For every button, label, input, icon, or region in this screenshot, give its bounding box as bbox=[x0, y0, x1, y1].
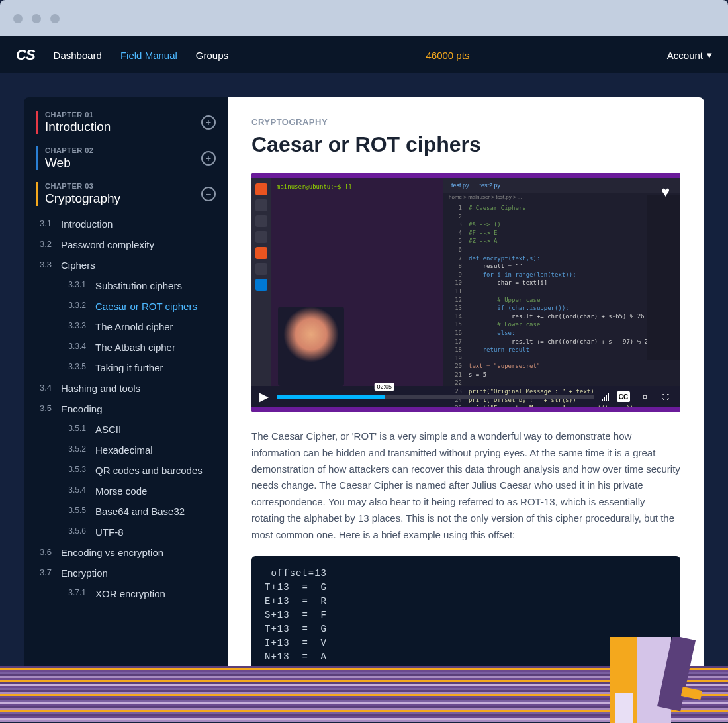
progress-bar[interactable]: 02:05 bbox=[277, 395, 594, 399]
breadcrumb: CRYPTOGRAPHY bbox=[251, 117, 680, 127]
item-label: The Atbash cipher bbox=[95, 342, 175, 353]
firefox-icon bbox=[255, 183, 267, 195]
item-label: Substitution ciphers bbox=[95, 280, 182, 291]
play-button[interactable]: ▶ bbox=[259, 389, 269, 404]
nav-dashboard[interactable]: Dashboard bbox=[54, 50, 102, 61]
video-status-bar bbox=[251, 407, 680, 412]
body-text: The Caesar Cipher, or 'ROT' is a very si… bbox=[251, 428, 680, 543]
top-navigation: CS Dashboard Field Manual Groups 46000 p… bbox=[0, 36, 728, 73]
sidebar: CHAPTER 01 Introduction + CHAPTER 02 Web… bbox=[24, 97, 228, 699]
chapter-name: Introduction bbox=[45, 120, 111, 134]
timestamp: 02:05 bbox=[375, 383, 395, 391]
item-label: XOR encryption bbox=[95, 588, 165, 599]
sidebar-subitem[interactable]: 3.7.1XOR encryption bbox=[36, 583, 218, 604]
sidebar-subitem[interactable]: 3.3.1Substitution ciphers bbox=[36, 275, 218, 296]
sidebar-subitem[interactable]: 3.5.1ASCII bbox=[36, 419, 218, 440]
logo[interactable]: CS bbox=[16, 46, 35, 64]
sidebar-subitem[interactable]: 3.5.6UTF-8 bbox=[36, 522, 218, 542]
chapter-number: CHAPTER 02 bbox=[45, 146, 93, 154]
item-number: 3.5.3 bbox=[62, 465, 86, 476]
collapse-icon[interactable]: − bbox=[201, 187, 216, 201]
item-number: 3.2 bbox=[36, 239, 52, 250]
item-label: Taking it further bbox=[95, 362, 163, 373]
nav-groups[interactable]: Groups bbox=[196, 50, 228, 61]
sidebar-subitem[interactable]: 3.3.4The Atbash cipher bbox=[36, 337, 218, 358]
fullscreen-button[interactable]: ⛶ bbox=[659, 391, 672, 402]
sidebar-item[interactable]: 3.6Encoding vs encryption bbox=[36, 542, 218, 563]
instructor-video bbox=[278, 307, 344, 386]
sidebar-subitem[interactable]: 3.5.3QR codes and barcodes bbox=[36, 460, 218, 481]
sidebar-subitem[interactable]: 3.3.5Taking it further bbox=[36, 358, 218, 378]
volume-icon[interactable] bbox=[602, 392, 609, 401]
item-number: 3.3.4 bbox=[62, 342, 86, 353]
item-number: 3.5.2 bbox=[62, 444, 86, 456]
cc-button[interactable]: CC bbox=[617, 391, 630, 402]
item-label: Encoding bbox=[61, 403, 103, 414]
item-number: 3.7 bbox=[36, 567, 52, 579]
decorative-shapes bbox=[610, 637, 709, 723]
item-number: 3.7.1 bbox=[62, 588, 86, 599]
app-icon bbox=[255, 247, 267, 259]
item-label: Encryption bbox=[61, 567, 108, 579]
chrome-dot bbox=[32, 14, 41, 23]
sidebar-subitem[interactable]: 3.5.4Morse code bbox=[36, 481, 218, 501]
item-number: 3.5.1 bbox=[62, 424, 86, 435]
svg-rect-4 bbox=[681, 687, 702, 700]
video-app-launcher bbox=[251, 178, 271, 386]
minimap bbox=[647, 195, 680, 360]
chapter-name: Cryptography bbox=[45, 191, 120, 206]
item-label: QR codes and barcodes bbox=[95, 465, 203, 476]
chrome-dot bbox=[13, 14, 23, 23]
item-number: 3.6 bbox=[36, 547, 52, 558]
item-label: UTF-8 bbox=[95, 526, 124, 538]
nav-field-manual[interactable]: Field Manual bbox=[120, 50, 177, 61]
terminal-icon bbox=[255, 215, 267, 227]
sidebar-subitem[interactable]: 3.5.2Hexadecimal bbox=[36, 440, 218, 460]
item-number: 3.5.5 bbox=[62, 506, 86, 517]
chapter-header[interactable]: CHAPTER 02 Web + bbox=[33, 146, 218, 170]
item-label: The Arnold cipher bbox=[95, 321, 173, 332]
svg-rect-2 bbox=[615, 693, 633, 723]
sidebar-item[interactable]: 3.4Hashing and tools bbox=[36, 378, 218, 399]
sidebar-item[interactable]: 3.3Ciphers bbox=[36, 255, 218, 275]
sidebar-subitem[interactable]: 3.5.5Base64 and Base32 bbox=[36, 501, 218, 522]
app-icon bbox=[255, 231, 267, 243]
settings-button[interactable]: ⚙ bbox=[638, 391, 651, 402]
item-number: 3.5 bbox=[36, 403, 52, 414]
chapter-header[interactable]: CHAPTER 01 Introduction + bbox=[33, 111, 218, 134]
item-label: Morse code bbox=[95, 485, 147, 497]
vscode-icon bbox=[255, 279, 267, 291]
item-number: 3.4 bbox=[36, 383, 52, 394]
item-number: 3.3.2 bbox=[62, 301, 86, 312]
video-player[interactable]: mainuser@ubuntu:~$ [] test.py test2.py h… bbox=[251, 173, 680, 412]
expand-icon[interactable]: + bbox=[201, 151, 216, 166]
code-tab: test2.py bbox=[476, 181, 505, 190]
item-label: Ciphers bbox=[61, 260, 95, 271]
points-display: 46000 pts bbox=[426, 50, 469, 61]
sidebar-item[interactable]: 3.2Password complexity bbox=[36, 234, 218, 255]
page-title: Caesar or ROT ciphers bbox=[251, 132, 680, 157]
chapter-header[interactable]: CHAPTER 03 Cryptography − bbox=[33, 182, 218, 206]
sidebar-item[interactable]: 3.7Encryption bbox=[36, 563, 218, 583]
item-number: 3.5.6 bbox=[62, 526, 86, 538]
chapter-number: CHAPTER 03 bbox=[45, 182, 120, 190]
expand-icon[interactable]: + bbox=[201, 115, 216, 130]
chapter-name: Web bbox=[45, 156, 93, 170]
item-label: Base64 and Base32 bbox=[95, 506, 185, 517]
chapter-number: CHAPTER 01 bbox=[45, 111, 111, 119]
item-label: Password complexity bbox=[61, 239, 154, 250]
account-label: Account bbox=[667, 50, 703, 61]
code-content: 1# Caesar Ciphers23#A --> ()4#F --> E5#Z… bbox=[443, 201, 680, 412]
heart-icon[interactable]: ♥ bbox=[661, 183, 670, 201]
item-label: Caesar or ROT ciphers bbox=[95, 301, 197, 312]
chrome-dot bbox=[50, 14, 60, 23]
item-number: 3.3.1 bbox=[62, 280, 86, 291]
account-menu[interactable]: Account ▾ bbox=[667, 49, 712, 61]
video-controls: ▶ 02:05 CC ⚙ ⛶ bbox=[251, 386, 680, 407]
sidebar-item[interactable]: 3.1Introduction bbox=[36, 214, 218, 234]
sidebar-item[interactable]: 3.5Encoding bbox=[36, 399, 218, 419]
files-icon bbox=[255, 199, 267, 211]
item-number: 3.3 bbox=[36, 260, 52, 271]
sidebar-subitem[interactable]: 3.3.2Caesar or ROT ciphers bbox=[36, 296, 218, 316]
sidebar-subitem[interactable]: 3.3.3The Arnold cipher bbox=[36, 316, 218, 337]
